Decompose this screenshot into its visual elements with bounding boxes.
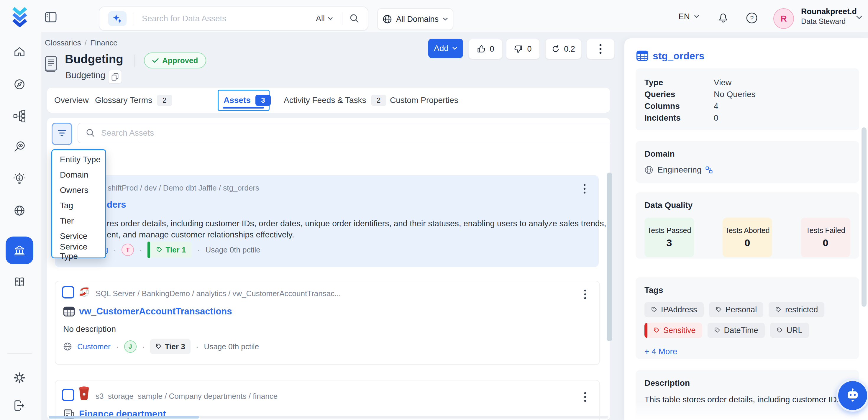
tag-sensitive[interactable]: Sensitive: [645, 323, 702, 338]
search-input[interactable]: [141, 13, 316, 24]
queries-value: No Queries: [714, 88, 850, 100]
asset-title-link[interactable]: ders: [107, 200, 126, 210]
menu-item-domain[interactable]: Domain: [52, 167, 105, 183]
details-title-link[interactable]: stg_orders: [653, 50, 705, 62]
tag-personal[interactable]: Personal: [709, 302, 764, 318]
sidebar-item-glossary[interactable]: [13, 275, 26, 289]
user-menu[interactable]: Rounakpreet.d Data Steward: [801, 6, 857, 26]
asset-domain-link[interactable]: Customer: [77, 342, 111, 351]
asset-card-vw-customer[interactable]: SQL Server / BankingDemo / analytics / v…: [55, 281, 600, 365]
incidents-value-link[interactable]: 0: [714, 112, 850, 124]
asset-card-stg-orders[interactable]: shiftProd / dev / Demo dbt Jaffle / stg_…: [55, 175, 599, 267]
asset-checkbox[interactable]: [62, 389, 74, 401]
search-scope-dropdown[interactable]: All: [316, 14, 333, 23]
filter-button[interactable]: [52, 123, 72, 145]
sidebar-item-explore[interactable]: [13, 78, 26, 91]
tier-badge: Tier 1: [148, 242, 192, 258]
score-value: 0.2: [564, 44, 575, 54]
user-menu-chevron[interactable]: [856, 16, 862, 20]
asset-search[interactable]: [78, 123, 610, 143]
tag-icon: [714, 327, 720, 334]
domain-value[interactable]: Engineering: [657, 165, 701, 175]
tier-accent-bar: [148, 242, 150, 258]
downvote-button[interactable]: 0: [506, 39, 540, 59]
breadcrumb-glossaries[interactable]: Glossaries: [45, 38, 81, 47]
horizontal-scrollbar-track[interactable]: [199, 416, 609, 419]
horizontal-scrollbar-thumb[interactable]: [49, 416, 199, 419]
tests-aborted-tile: Tests Aborted 0: [722, 218, 772, 257]
help-button[interactable]: ?: [746, 12, 758, 24]
domain-card: Domain Engineering: [636, 141, 859, 183]
upvote-button[interactable]: 0: [468, 39, 503, 59]
sidebar-item-governance-active[interactable]: [6, 237, 33, 264]
breadcrumb-finance[interactable]: Finance: [90, 38, 118, 47]
gear-icon: [13, 371, 26, 385]
owner-avatar[interactable]: T: [122, 244, 134, 256]
add-button[interactable]: Add: [428, 39, 463, 58]
tab-glossary-terms[interactable]: Glossary Terms 2: [95, 88, 172, 113]
language-selector[interactable]: EN: [678, 12, 699, 21]
kebab-icon: [584, 392, 586, 402]
asset-meta-row: Customer J Tier 3 Usage 0th pctile: [63, 339, 259, 354]
asset-more-button[interactable]: [579, 182, 590, 196]
assets-scrollbar-thumb[interactable]: [607, 173, 612, 341]
sidebar-item-home[interactable]: [13, 45, 26, 59]
asset-more-button[interactable]: [579, 287, 591, 301]
owner-avatar[interactable]: J: [124, 340, 136, 353]
global-search[interactable]: All: [99, 6, 368, 31]
copy-name-button[interactable]: [108, 69, 122, 84]
tests-aborted-label: Tests Aborted: [725, 226, 770, 235]
tag-restricted[interactable]: restricted: [769, 302, 824, 318]
subdomain-link-icon[interactable]: [706, 167, 713, 173]
sidebar-item-logout[interactable]: [13, 399, 26, 412]
asset-card-finance-department[interactable]: s3_storage_sample / Company departments …: [55, 380, 600, 420]
more-tags-link[interactable]: + 4 More: [645, 347, 677, 356]
left-sidebar: [0, 32, 41, 420]
details-scrollbar-thumb[interactable]: [862, 127, 867, 307]
tag-url[interactable]: URL: [770, 323, 809, 338]
asset-search-input[interactable]: [100, 128, 610, 138]
notifications-button[interactable]: [717, 11, 729, 24]
tests-aborted-value: 0: [745, 237, 750, 249]
menu-item-owners[interactable]: Owners: [52, 183, 105, 198]
sidebar-item-domains[interactable]: [13, 204, 26, 217]
tab-activity-feeds[interactable]: Activity Feeds & Tasks 2: [284, 88, 386, 113]
compass-icon: [13, 78, 26, 91]
menu-item-tier[interactable]: Tier: [52, 213, 105, 229]
search-scope-label: All: [316, 14, 325, 23]
ai-search-button[interactable]: [108, 11, 127, 26]
menu-item-entity-type[interactable]: Entity Type: [52, 152, 105, 167]
asset-description: No description: [63, 324, 116, 334]
tab-custom-properties[interactable]: Custom Properties: [390, 88, 458, 113]
sidebar-item-insights[interactable]: [13, 172, 26, 186]
tag-ipaddress[interactable]: IPAddress: [645, 302, 704, 318]
score-button[interactable]: 0.2: [545, 39, 582, 59]
menu-item-service[interactable]: Service: [52, 229, 105, 244]
sidebar-item-lineage[interactable]: [13, 109, 26, 123]
user-role: Data Steward: [801, 17, 857, 26]
upvote-count: 0: [490, 44, 494, 54]
sidebar-item-discovery[interactable]: [13, 140, 26, 154]
tags-heading: Tags: [645, 286, 850, 295]
queries-label: Queries: [645, 88, 714, 100]
all-domains-button[interactable]: All Domains: [377, 8, 453, 30]
asset-more-button[interactable]: [579, 390, 591, 404]
tag-datetime[interactable]: DateTime: [708, 323, 765, 338]
sidebar-item-settings[interactable]: [13, 371, 26, 385]
tests-passed-label: Tests Passed: [647, 226, 691, 235]
tab-assets[interactable]: Assets 3: [223, 88, 271, 113]
dot-separator: [196, 341, 199, 352]
glossary-term-icon: [44, 55, 58, 73]
atlan-logo[interactable]: [11, 6, 28, 27]
menu-item-service-type[interactable]: Service Type: [52, 244, 105, 259]
more-actions-button[interactable]: [586, 39, 615, 59]
search-submit-icon[interactable]: [349, 13, 360, 24]
status-badge[interactable]: Approved: [144, 53, 206, 68]
menu-item-tag[interactable]: Tag: [52, 198, 105, 213]
sidebar-toggle-icon[interactable]: [45, 12, 57, 22]
tab-overview[interactable]: Overview: [54, 88, 89, 113]
chatbot-button[interactable]: [836, 379, 868, 412]
asset-checkbox[interactable]: [62, 286, 74, 299]
asset-title-link[interactable]: vw_CustomerAccountTransactions: [79, 306, 232, 317]
user-avatar[interactable]: R: [773, 8, 794, 29]
